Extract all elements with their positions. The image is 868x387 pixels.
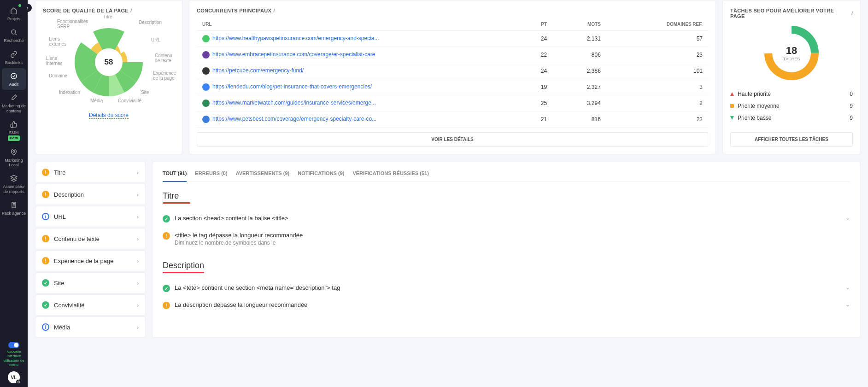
radar-chart: 58 Titre Description URL Contenu de text…: [49, 16, 169, 108]
competitor-link[interactable]: https://www.marketwatch.com/guides/insur…: [212, 100, 376, 106]
score-details-link[interactable]: Détails du score: [89, 112, 129, 119]
issue-nav-label: URL: [54, 213, 66, 220]
tasks-donut: 18 TÂCHES: [764, 25, 819, 81]
sidebar-item-pack-agence[interactable]: Pack agence: [0, 197, 28, 219]
issue-nav-item[interactable]: !Contenu de texte›: [35, 228, 146, 249]
sidebar-item-label: Backlinks: [5, 60, 23, 65]
competitor-link[interactable]: https://www.embracepetinsurance.com/cove…: [212, 51, 375, 58]
issue-nav-label: Contenu de texte: [54, 235, 100, 242]
issue-nav-item[interactable]: ✓Site›: [35, 272, 146, 293]
chevron-down-icon[interactable]: ⌄: [845, 301, 850, 308]
issue-nav-label: Site: [54, 280, 64, 287]
ui-toggle-label: Nouvelle interface utilisateur de menu: [0, 350, 28, 367]
chevron-right-icon: ›: [137, 235, 139, 242]
priority-medium: Priorité moyenne 9: [730, 100, 853, 112]
check-icon: ✓: [42, 301, 49, 309]
warning-icon: !: [163, 302, 170, 309]
tasks-label: TÂCHES: [783, 57, 800, 61]
priority-low: Priorité basse 9: [730, 112, 853, 124]
info-icon[interactable]: i: [130, 8, 132, 13]
sidebar-item-projets[interactable]: Projets: [0, 3, 28, 24]
chevron-right-icon: ›: [137, 280, 139, 287]
svg-point-2: [13, 150, 15, 152]
issue-panel: TOUT (91)ERREURS (0)AVERTISSEMENTS (9)NO…: [152, 162, 861, 338]
tab[interactable]: AVERTISSEMENTS (9): [236, 170, 290, 182]
search-icon: [9, 28, 18, 37]
chevron-right-icon: ›: [137, 324, 139, 331]
check-title: <title> le tag dépasse la longueur recom…: [175, 232, 850, 239]
check-title: La section <head> contient la balise <ti…: [175, 215, 841, 222]
issue-nav-item[interactable]: !Expérience de la page›: [35, 250, 146, 271]
table-row: https://www.marketwatch.com/guides/insur…: [197, 95, 708, 111]
sidebar-item-marketing-local[interactable]: Marketing Local: [0, 144, 28, 171]
table-row: https://www.petsbest.com/coverage/emerge…: [197, 111, 708, 128]
stack-icon: [9, 174, 18, 183]
issue-category-nav: !Titre›!Description›iURL›!Contenu de tex…: [35, 162, 146, 338]
view-details-button[interactable]: VOIR LES DÉTAILS: [197, 132, 708, 147]
issue-tabs: TOUT (91)ERREURS (0)AVERTISSEMENTS (9)NO…: [163, 170, 850, 182]
issue-nav-item[interactable]: iURL›: [35, 206, 146, 227]
warning-icon: !: [42, 169, 49, 176]
issue-nav-label: Description: [54, 191, 84, 198]
sidebar-item-label: Pack agence: [2, 211, 26, 216]
chevron-down-icon[interactable]: ⌄: [845, 284, 850, 291]
sidebar-item-smm[interactable]: SMM Beta: [0, 117, 28, 144]
sidebar-item-label: Projets: [7, 17, 20, 21]
show-all-tasks-button[interactable]: AFFICHER TOUTES LES TÂCHES: [730, 132, 853, 147]
sidebar-item-assembleur[interactable]: Assembleur de rapports: [0, 170, 28, 197]
check-row: !La description dépasse la longueur reco…: [163, 297, 850, 314]
check-title: La <tête> contient une section <meta nam…: [175, 284, 841, 291]
ui-toggle[interactable]: [8, 342, 19, 348]
priority-med-icon: [730, 104, 734, 108]
warning-icon: !: [163, 232, 170, 240]
priority-low-icon: [730, 116, 734, 120]
issue-nav-label: Convivialité: [54, 302, 84, 309]
competitor-link[interactable]: https://www.healthypawspetinsurance.com/…: [212, 35, 379, 41]
tab[interactable]: ERREURS (0): [195, 170, 227, 182]
issue-nav-item[interactable]: iMédia›: [35, 317, 146, 338]
svg-point-1: [11, 73, 17, 79]
sidebar-item-audit[interactable]: Audit: [2, 68, 26, 90]
tab[interactable]: TOUT (91): [163, 170, 187, 182]
sidebar-item-label: Audit: [9, 82, 19, 87]
favicon-icon: [202, 35, 210, 42]
issue-nav-item[interactable]: !Description›: [35, 184, 146, 205]
competitor-link[interactable]: https://lendedu.com/blog/pet-insurance-t…: [212, 83, 372, 90]
issue-nav-item[interactable]: !Titre›: [35, 162, 146, 183]
issue-nav-item[interactable]: ✓Convivialité›: [35, 294, 146, 316]
check-icon: ✓: [163, 285, 170, 292]
favicon-icon: [202, 100, 210, 107]
info-icon[interactable]: i: [273, 8, 275, 13]
competitors-table: URL PT MOTS DOMAINES REF. https://www.he…: [197, 18, 708, 128]
sidebar-item-backlinks[interactable]: Backlinks: [0, 47, 28, 68]
warning-icon: !: [42, 235, 49, 242]
table-row: https://www.healthypawspetinsurance.com/…: [197, 31, 708, 47]
favicon-icon: [202, 51, 210, 59]
user-avatar[interactable]: VL ⚙: [8, 371, 20, 383]
info-icon[interactable]: i: [851, 11, 853, 16]
competitor-link[interactable]: https://petcube.com/emergency-fund/: [212, 67, 304, 74]
chevron-down-icon[interactable]: ⌄: [845, 215, 850, 221]
sidebar-item-marketing-contenu[interactable]: Marketing de contenu: [0, 90, 28, 117]
issue-nav-label: Titre: [54, 169, 66, 176]
sidebar-item-label: Marketing de contenu: [1, 104, 27, 113]
sidebar-item-recherche[interactable]: Recherche: [0, 24, 28, 46]
svg-point-0: [12, 30, 16, 34]
chevron-right-icon: ›: [137, 169, 139, 176]
sidebar-item-label: SMM: [9, 130, 19, 135]
priority-high-icon: [730, 92, 734, 96]
tasks-total: 18: [786, 45, 797, 57]
table-row: https://petcube.com/emergency-fund/242,3…: [197, 63, 708, 79]
score-card: SCORE DE QUALITÉ DE LA PAGE i: [35, 0, 182, 154]
main-sidebar: › Projets Recherche Backlinks Audit Mark…: [0, 0, 28, 387]
competitor-link[interactable]: https://www.petsbest.com/coverage/emerge…: [212, 116, 376, 122]
tab[interactable]: NOTIFICATIONS (9): [298, 170, 344, 182]
thumb-icon: [9, 120, 18, 129]
chevron-right-icon: ›: [137, 191, 139, 198]
info-icon: i: [42, 213, 49, 220]
competitors-title: CONCURRENTS PRINCIPAUX: [197, 8, 271, 13]
chevron-right-icon: ›: [137, 213, 139, 220]
sidebar-item-label: Recherche: [4, 38, 24, 43]
tab[interactable]: VÉRIFICATIONS RÉUSSIES (51): [352, 170, 428, 182]
favicon-icon: [202, 116, 210, 123]
